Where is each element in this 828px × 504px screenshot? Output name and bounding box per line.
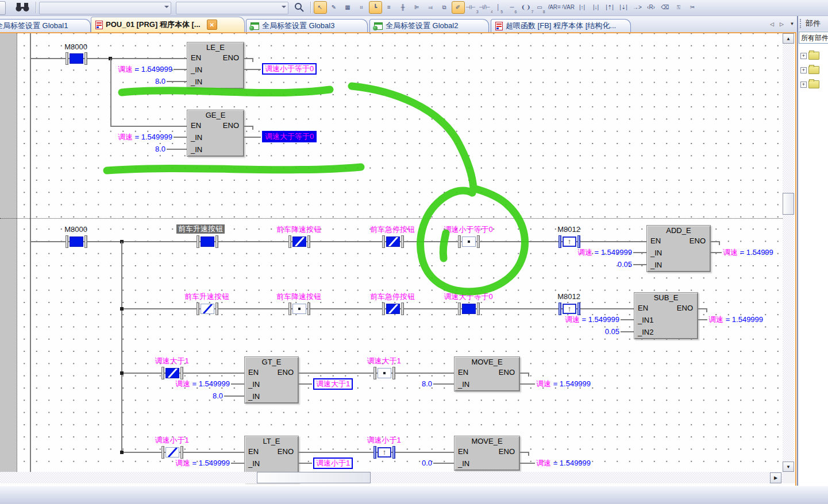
tab-fb-function[interactable]: 超喂函数 [FB] 程序本体 [结构化... [491, 19, 631, 32]
contact-speed-gt1-off[interactable] [373, 367, 395, 379]
closed-contact-button[interactable]: ⊣/⊢4 [479, 1, 492, 14]
contact-pair-button[interactable]: ╫ [396, 1, 410, 14]
block-input-value[interactable]: 调速 = 1.549999 [144, 459, 230, 468]
falling-closed-contact-button[interactable]: |⇣| [617, 1, 630, 14]
delete-line-button[interactable]: ⌫ [658, 1, 672, 14]
parts-tree-item[interactable]: + [800, 79, 828, 90]
parts-tree-item[interactable]: + [800, 51, 828, 61]
function-block-move-e[interactable]: MOVE_E ENENO _IN [454, 356, 520, 391]
label-estop-button[interactable]: 前车急停按钮 [355, 292, 430, 301]
contact-down-button-nc-on[interactable] [288, 235, 310, 248]
label-up-button[interactable]: 前车升速按钮 [170, 292, 244, 301]
block-output-value[interactable]: 调速 = 1.54999 [723, 248, 773, 257]
erase-button[interactable]: ⍂ [672, 1, 685, 14]
block-input-value[interactable]: 调速 = 1.549999 [86, 65, 172, 74]
parts-filter-dropdown[interactable]: 所有部件 [799, 32, 828, 44]
coil-button[interactable]: ❨❩7 [521, 1, 534, 14]
copy-pages-button[interactable]: ⧉ [438, 1, 451, 14]
function-block-gt-e[interactable]: GT_E ENENO _IN _IN [244, 356, 299, 404]
device-label-m8000[interactable]: M8000 [53, 225, 99, 234]
output-label-speed-ge0-selected[interactable]: 调速大于等于0 [262, 131, 317, 142]
vertical-line-button[interactable]: │5 [493, 1, 506, 14]
tab-global2[interactable]: 全局标签设置 Global2 [369, 19, 489, 32]
function-block-sub-e[interactable]: SUB_E ENENO _IN1 _IN2 [634, 292, 698, 339]
block-output-value[interactable]: 调速 = 1.549999 [708, 315, 763, 324]
close-icon[interactable]: ✕ [207, 20, 217, 30]
rail-button[interactable]: ≡ [383, 1, 396, 14]
tab-list-menu-button[interactable]: ▼ [788, 20, 796, 28]
contact-m8012-rising-edge[interactable] [559, 303, 580, 315]
ladder-canvas[interactable]: M8000 调速 = 1.549999 8.0 LE_E ENENO _IN _… [0, 33, 795, 484]
instruction-list-button[interactable]: ▦ [341, 1, 355, 14]
open-contact-button[interactable]: ⊣⊢3 [465, 1, 479, 14]
circuit-block-button[interactable]: ⌗ [355, 1, 368, 14]
block-input-value[interactable]: 8.0 [79, 145, 165, 154]
label-speed-le0[interactable]: 调速小于等于0 [431, 225, 506, 234]
block-input-value[interactable]: 0.05 [546, 260, 632, 269]
parts-panel-header[interactable]: 部件 [799, 16, 828, 31]
tab-global3[interactable]: 全局标签设置 Global3 [246, 19, 368, 32]
block-input-value[interactable]: 调速 = 1.549999 [144, 379, 230, 389]
horizontal-line-button[interactable]: ─6 [507, 1, 520, 14]
edit-pencil-button[interactable]: ✎ [328, 1, 341, 14]
contact-down-button-off[interactable] [288, 303, 310, 315]
parts-tree-item[interactable]: + [800, 65, 828, 75]
block-input-value[interactable]: 8.0 [137, 391, 223, 401]
contact-speed-ge0-on[interactable] [458, 303, 480, 315]
wire-mode-button[interactable]: ┗ [369, 1, 382, 14]
block-input-value[interactable]: 0.0 [346, 459, 432, 468]
jump-button[interactable]: →> [631, 1, 644, 14]
panel-divider[interactable] [797, 16, 798, 486]
tab-scroll-right-button[interactable]: ▷ [777, 20, 786, 28]
block-output-value[interactable]: 调速 = 1.549999 [536, 459, 591, 468]
find-binoculars-icon[interactable] [13, 1, 32, 14]
clipped-toolbar-button[interactable] [0, 1, 6, 15]
contact-speed-lt1-rising-edge[interactable] [373, 446, 395, 459]
tab-global1[interactable]: 全局标签设置 Global1 [0, 19, 91, 32]
label-down-button[interactable]: 前车降速按钮 [261, 225, 336, 234]
label-down-button[interactable]: 前车降速按钮 [261, 292, 336, 301]
tab-pou01-active[interactable]: POU_01 [PRG] 程序本体 [... ✕ [91, 17, 245, 32]
device-label-m8012[interactable]: M8012 [546, 225, 592, 234]
contact-m8000-on[interactable] [66, 52, 87, 65]
contact-up-button-on[interactable] [197, 235, 218, 248]
contact-speed-lt1-nc-off[interactable] [161, 446, 183, 459]
expand-icon[interactable]: + [800, 53, 807, 59]
contact-m8000-on[interactable] [66, 235, 87, 248]
horizontal-scrollbar[interactable] [0, 472, 783, 483]
device-label-m8012[interactable]: M8012 [546, 292, 592, 301]
assign-var-button[interactable]: =VAR0 [562, 1, 575, 14]
function-block-add-e[interactable]: ADD_E ENENO _IN _IN [646, 225, 711, 272]
contact-estop-button-nc-on[interactable] [382, 235, 404, 248]
fb-box-button[interactable]: ▭8 [534, 1, 548, 14]
function-block-ge-e[interactable]: GE_E ENENO _IN _IN [187, 110, 244, 157]
var-assign-button[interactable]: VAR=9 [548, 1, 561, 14]
select-tool-button[interactable]: ↖ [314, 1, 327, 14]
toolbar-combo-1[interactable] [39, 2, 171, 14]
expand-icon[interactable]: + [800, 67, 807, 73]
scroll-up-button[interactable]: ▲ [783, 33, 794, 44]
function-block-le-e[interactable]: LE_E ENENO _IN _IN [187, 42, 244, 89]
coil-rail-button[interactable]: ⊫ [410, 1, 423, 14]
label-speed-gt1[interactable]: 调速大于1 [143, 356, 201, 366]
contact-speed-gt1-nc-on[interactable] [161, 367, 183, 379]
falling-contact-button[interactable]: |↓| [590, 1, 603, 14]
contact-estop-button-nc-on[interactable] [382, 303, 404, 315]
rising-contact-button[interactable]: |↑| [576, 1, 589, 14]
zoom-tool-button[interactable] [291, 1, 308, 14]
rung-insert-button[interactable]: ⫤ [424, 1, 437, 14]
contact-speed-le0-off[interactable] [458, 235, 480, 248]
comment-edit-button[interactable]: ✐ [452, 1, 465, 14]
label-up-button-selected[interactable]: 前车升速按钮 [176, 224, 225, 234]
rising-closed-contact-button[interactable]: |⇡| [603, 1, 617, 14]
block-output-value[interactable]: 调速 = 1.549999 [536, 379, 591, 389]
contact-m8012-rising-edge[interactable] [559, 235, 580, 248]
label-speed-lt1[interactable]: 调速小于1 [143, 436, 201, 445]
block-input-value[interactable]: 8.0 [79, 77, 165, 86]
device-label-m8000[interactable]: M8000 [53, 42, 99, 52]
cut-button[interactable]: ✂ [686, 1, 699, 14]
tab-scroll-left-button[interactable]: ◁ [768, 20, 776, 28]
scroll-right-button[interactable]: ▶ [770, 472, 781, 483]
block-input-value[interactable]: 0.05 [533, 327, 619, 336]
expand-icon[interactable]: + [800, 82, 807, 88]
